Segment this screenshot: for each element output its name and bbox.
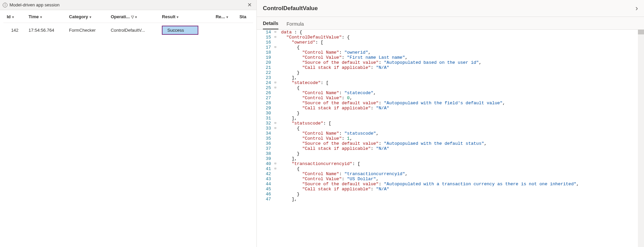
col-sta[interactable]: Sta bbox=[236, 10, 253, 23]
scrollbar-thumb[interactable] bbox=[638, 30, 644, 34]
col-result[interactable]: Result▾ bbox=[158, 10, 212, 23]
close-icon[interactable]: ✕ bbox=[245, 1, 254, 9]
log-table: Id▾ Time▾ Category▾ Operati...▽▾ Result▾… bbox=[3, 10, 253, 247]
left-pane-title: Model-driven app session bbox=[9, 2, 59, 7]
col-time[interactable]: Time▾ bbox=[25, 10, 66, 23]
fold-gutter[interactable]: ⊟⊟⊟⊟⊟⊟⊟⊟⊟ bbox=[273, 30, 278, 247]
filter-icon[interactable]: ▽ bbox=[131, 15, 134, 19]
minimap-scrollbar[interactable] bbox=[638, 30, 644, 247]
left-pane-header: i Model-driven app session ✕ bbox=[0, 0, 256, 10]
code-viewer[interactable]: 1415161718192021222324252627282930313233… bbox=[257, 30, 644, 247]
chevron-down-icon: ▾ bbox=[135, 15, 137, 19]
cell-re bbox=[212, 23, 236, 38]
detail-title: ControlDefaultValue bbox=[263, 5, 318, 12]
info-icon: i bbox=[3, 3, 7, 7]
left-pane: i Model-driven app session ✕ Id▾ Time▾ C… bbox=[0, 0, 257, 247]
right-pane-header: ControlDefaultValue › bbox=[257, 0, 644, 17]
col-category[interactable]: Category▾ bbox=[66, 10, 107, 23]
cell-category: FormChecker bbox=[66, 23, 107, 38]
col-id[interactable]: Id▾ bbox=[3, 10, 25, 23]
chevron-down-icon: ▾ bbox=[226, 15, 228, 19]
cell-time: 17:54:56.764 bbox=[25, 23, 66, 38]
chevron-right-icon[interactable]: › bbox=[636, 4, 638, 13]
tab-formula[interactable]: Formula bbox=[287, 21, 304, 29]
right-pane: ControlDefaultValue › Details Formula 14… bbox=[257, 0, 644, 247]
chevron-down-icon: ▾ bbox=[40, 15, 42, 19]
chevron-down-icon: ▾ bbox=[90, 15, 91, 19]
chevron-down-icon: ▾ bbox=[177, 15, 178, 19]
cell-operation: ControlDefaultV... bbox=[107, 23, 159, 38]
cell-id: 142 bbox=[3, 23, 25, 38]
cell-sta bbox=[236, 23, 253, 38]
chevron-down-icon: ▾ bbox=[12, 15, 14, 19]
table-row[interactable]: 142 17:54:56.764 FormChecker ControlDefa… bbox=[3, 23, 253, 38]
col-re[interactable]: Re...▾ bbox=[212, 10, 236, 23]
line-number-gutter: 1415161718192021222324252627282930313233… bbox=[257, 30, 273, 247]
col-operation[interactable]: Operati...▽▾ bbox=[107, 10, 159, 23]
cell-result[interactable]: Success bbox=[158, 23, 212, 38]
table-header-row: Id▾ Time▾ Category▾ Operati...▽▾ Result▾… bbox=[3, 10, 253, 23]
tabs: Details Formula bbox=[257, 17, 644, 30]
tab-details[interactable]: Details bbox=[263, 21, 278, 29]
code-content[interactable]: data : { "ControlDefaultValue": { "owner… bbox=[278, 30, 644, 247]
